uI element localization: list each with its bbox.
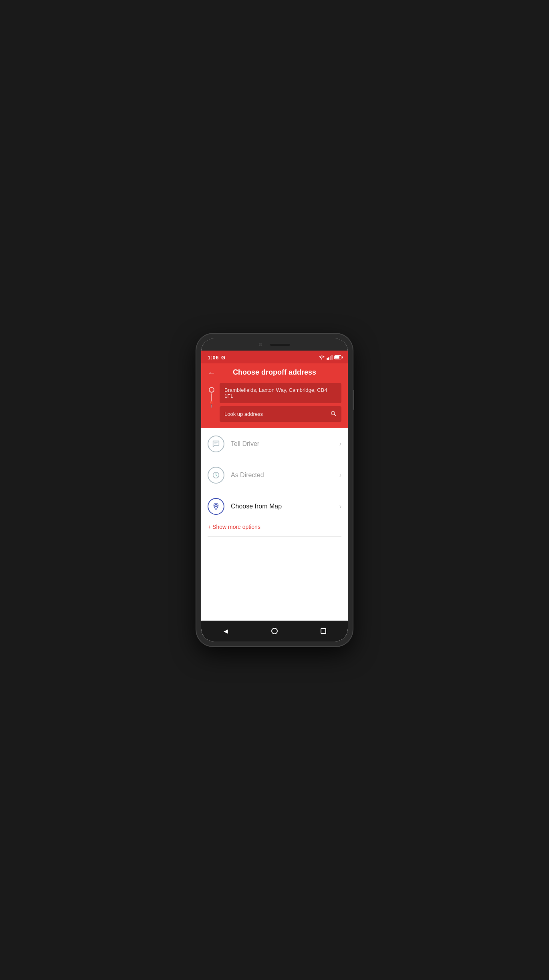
choose-from-map-icon-wrap <box>208 498 224 515</box>
destination-pin-icon: 📍 <box>208 401 216 408</box>
choose-from-map-label: Choose from Map <box>231 503 333 510</box>
show-more-options[interactable]: + Show more options <box>201 522 348 536</box>
svg-line-2 <box>334 414 336 416</box>
nav-back-button[interactable]: ◀ <box>218 624 233 638</box>
option-tell-driver[interactable]: Tell Driver › <box>201 428 348 460</box>
signal-bars <box>327 355 333 360</box>
choose-from-map-chevron: › <box>339 503 341 510</box>
clock-icon <box>212 471 220 480</box>
search-icon <box>330 410 337 418</box>
address-icons: 📍 <box>208 383 216 408</box>
chat-icon <box>212 440 220 448</box>
options-list: Tell Driver › As Directed › <box>201 428 348 621</box>
pickup-address-field[interactable]: Bramblefields, Laxton Way, Cambridge, CB… <box>220 383 341 403</box>
origin-dot-icon <box>209 387 214 393</box>
back-button[interactable]: ← <box>208 369 216 377</box>
front-camera <box>259 343 262 346</box>
nav-recents-button[interactable] <box>316 624 331 638</box>
option-choose-from-map[interactable]: Choose from Map › <box>201 491 348 522</box>
battery-icon <box>334 355 341 359</box>
divider <box>208 536 341 537</box>
tell-driver-chevron: › <box>339 440 341 448</box>
status-right <box>319 355 341 360</box>
as-directed-chevron: › <box>339 472 341 479</box>
tell-driver-label: Tell Driver <box>231 440 333 448</box>
header-title-row: ← Choose dropoff address <box>208 368 341 377</box>
phone-frame: 1:06 G <box>196 334 353 646</box>
carrier-icon: G <box>221 355 225 361</box>
phone-screen: 1:06 G <box>201 339 348 641</box>
tell-driver-icon-wrap <box>208 436 224 452</box>
map-pin-icon <box>212 502 220 511</box>
phone-bezel-top <box>201 339 348 351</box>
recents-square-icon <box>321 628 326 634</box>
address-fields: 📍 Bramblefields, Laxton Way, Cambridge, … <box>208 383 341 422</box>
status-left: 1:06 G <box>208 355 225 361</box>
connector-line <box>211 393 212 401</box>
option-as-directed[interactable]: As Directed › <box>201 460 348 491</box>
svg-point-7 <box>215 505 217 506</box>
nav-home-button[interactable] <box>267 624 282 638</box>
status-bar: 1:06 G <box>201 351 348 363</box>
back-triangle-icon: ◀ <box>224 628 228 634</box>
svg-point-0 <box>321 359 322 360</box>
speaker-grille <box>270 344 290 346</box>
lookup-placeholder: Look up address <box>224 411 263 417</box>
lookup-address-field[interactable]: Look up address <box>220 406 341 422</box>
nav-bar: ◀ <box>201 621 348 641</box>
wifi-icon <box>319 355 325 360</box>
status-time: 1:06 <box>208 355 219 361</box>
address-inputs: Bramblefields, Laxton Way, Cambridge, CB… <box>220 383 341 422</box>
as-directed-label: As Directed <box>231 472 333 479</box>
home-circle-icon <box>271 628 278 634</box>
page-title: Choose dropoff address <box>220 368 329 377</box>
as-directed-icon-wrap <box>208 467 224 484</box>
app-header: ← Choose dropoff address 📍 Bramblefields… <box>201 363 348 428</box>
